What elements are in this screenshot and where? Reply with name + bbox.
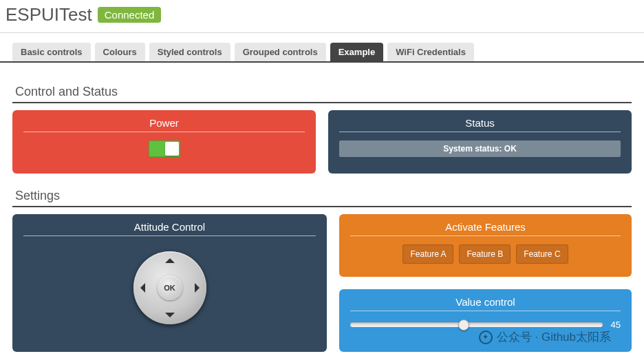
tab-example[interactable]: Example [330, 43, 383, 61]
feature-c-button[interactable]: Feature C [516, 244, 568, 264]
header: ESPUITest Connected [0, 0, 644, 33]
feature-a-button[interactable]: Feature A [402, 244, 453, 264]
dpad-left-button[interactable] [140, 283, 145, 293]
watermark-overlay: ✦ 公众号 · Github太阳系 [479, 329, 611, 345]
power-toggle[interactable] [149, 140, 180, 157]
section-label-control-status: Control and Status [15, 85, 632, 99]
section-divider [12, 102, 632, 103]
section-divider [12, 206, 632, 207]
card-status: Status System status: OK [328, 110, 632, 174]
card-power: Power [12, 110, 316, 174]
tab-grouped-controls[interactable]: Grouped controls [235, 43, 326, 61]
card-title-power: Power [23, 117, 305, 132]
card-value-control: Value control 45 ✦ 公众号 · Github太阳系 [339, 289, 632, 352]
watermark-text: 公众号 · Github太阳系 [497, 329, 611, 345]
tab-colours[interactable]: Colours [95, 43, 145, 61]
card-attitude-control: Attitude Control OK [12, 214, 327, 352]
feature-b-button[interactable]: Feature B [459, 244, 511, 264]
dpad-right-button[interactable] [195, 283, 200, 293]
dpad-down-button[interactable] [165, 313, 175, 317]
value-slider-thumb[interactable] [458, 320, 469, 331]
tab-styled-controls[interactable]: Styled controls [149, 43, 230, 61]
power-toggle-knob [165, 142, 179, 156]
value-slider[interactable] [350, 322, 603, 327]
tab-wifi-credentials[interactable]: WiFi Credentials [387, 43, 474, 61]
app-title: ESPUITest [6, 4, 92, 25]
wechat-icon: ✦ [479, 331, 493, 344]
dpad-ok-button[interactable]: OK [158, 275, 182, 300]
tab-bar: Basic controls Colours Styled controls G… [0, 33, 644, 63]
card-activate-features: Activate Features Feature A Feature B Fe… [339, 214, 632, 277]
value-slider-readout: 45 [611, 320, 621, 330]
dpad: OK [133, 251, 206, 324]
card-title-value-control: Value control [350, 296, 621, 311]
card-title-attitude: Attitude Control [23, 221, 316, 236]
dpad-up-button[interactable] [165, 258, 175, 263]
connection-status-badge: Connected [98, 7, 162, 23]
tab-basic-controls[interactable]: Basic controls [12, 43, 91, 61]
card-title-features: Activate Features [350, 221, 621, 236]
section-label-settings: Settings [15, 189, 632, 203]
card-title-status: Status [339, 117, 621, 132]
status-text: System status: OK [339, 140, 621, 157]
